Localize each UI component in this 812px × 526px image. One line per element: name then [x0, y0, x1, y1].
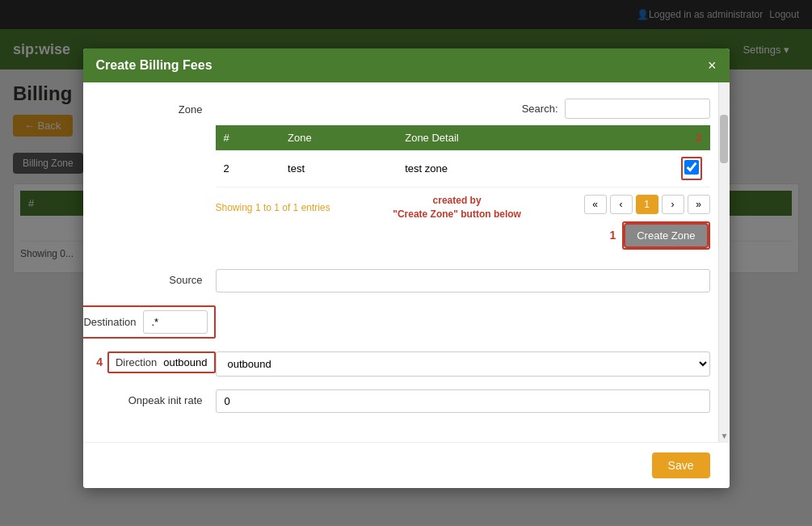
direction-highlight-box: Direction outbound: [107, 351, 216, 373]
onpeak-init-label: Onpeak init rate: [103, 389, 216, 406]
page-next-button[interactable]: ›: [662, 195, 684, 214]
destination-highlight-box: Destination: [83, 305, 216, 339]
col-select: 2: [601, 125, 709, 150]
col-zone-detail: Zone Detail: [397, 125, 601, 150]
create-zone-button[interactable]: Create Zone: [624, 223, 708, 248]
entries-info: Showing 1 to 1 of 1 entries: [216, 202, 330, 213]
entries-of: of: [282, 202, 292, 213]
cell-zone: test: [280, 150, 397, 187]
create-zone-row: 1 Create Zone: [216, 221, 710, 250]
cell-detail: test zone: [397, 150, 601, 187]
source-input[interactable]: [216, 269, 710, 292]
checkbox-highlight: [681, 157, 702, 180]
table-row: 2 test test zone: [216, 150, 710, 187]
direction-value-display: outbound: [163, 356, 207, 368]
create-zone-highlight: Create Zone: [622, 221, 709, 250]
pagination: « ‹ 1 › »: [584, 195, 710, 214]
direction-label: Direction: [116, 356, 157, 368]
annotation-2: 2: [696, 132, 701, 144]
cell-checkbox[interactable]: [601, 150, 709, 187]
page-1-button[interactable]: 1: [636, 195, 658, 214]
onpeak-init-control: [216, 389, 710, 413]
zone-row: Zone Search: #: [103, 99, 710, 256]
modal-title: Create Billing Fees: [96, 58, 212, 73]
scroll-down-arrow[interactable]: ▼: [719, 430, 730, 442]
entries-prefix: Showing: [216, 202, 255, 213]
onpeak-init-input[interactable]: [216, 389, 710, 413]
entries-end: entries: [301, 202, 330, 213]
modal-header: Create Billing Fees ×: [83, 48, 730, 82]
modal-overlay: Create Billing Fees × Zone Search:: [0, 0, 812, 526]
page-last-button[interactable]: »: [688, 195, 710, 214]
search-row: Search:: [216, 99, 710, 119]
source-control: [216, 269, 710, 292]
zone-label: Zone: [103, 99, 216, 116]
scroll-thumb: [720, 115, 728, 163]
page-first-button[interactable]: «: [584, 195, 607, 214]
destination-input[interactable]: [143, 310, 208, 334]
direction-select[interactable]: inbound outbound: [216, 351, 710, 377]
source-label: Source: [103, 269, 216, 286]
zone-select-checkbox[interactable]: [684, 160, 699, 175]
annotation-4: 4: [96, 356, 103, 368]
destination-row: 3 Destination: [103, 305, 710, 339]
direction-control: inbound outbound: [216, 351, 710, 377]
modal-footer: Save: [83, 442, 730, 488]
page-prev-button[interactable]: ‹: [610, 195, 633, 214]
modal: Create Billing Fees × Zone Search:: [83, 48, 730, 488]
direction-row: 4 Direction outbound inbound outbound: [103, 351, 710, 377]
col-zone: Zone: [280, 125, 397, 150]
modal-close-button[interactable]: ×: [708, 58, 717, 73]
entries-total: 1: [293, 202, 299, 213]
zone-table: # Zone Zone Detail 2: [216, 125, 710, 187]
zone-section: Search: # Zone Zone Detail: [216, 99, 710, 256]
source-row: Source: [103, 269, 710, 292]
destination-label: Destination: [83, 316, 136, 328]
annotation-1: 1: [609, 229, 616, 242]
entries-highlight: 1 to 1: [255, 202, 280, 213]
search-label: Search:: [522, 103, 558, 115]
callout-annotation: created by"Create Zone" button below: [393, 194, 521, 221]
modal-scrollbar[interactable]: ▼: [718, 82, 730, 442]
col-hash: #: [216, 125, 280, 150]
cell-id: 2: [216, 150, 280, 187]
search-input[interactable]: [565, 99, 710, 119]
save-button[interactable]: Save: [652, 452, 710, 478]
onpeak-init-row: Onpeak init rate: [103, 389, 710, 413]
modal-body: Zone Search: #: [83, 82, 730, 442]
